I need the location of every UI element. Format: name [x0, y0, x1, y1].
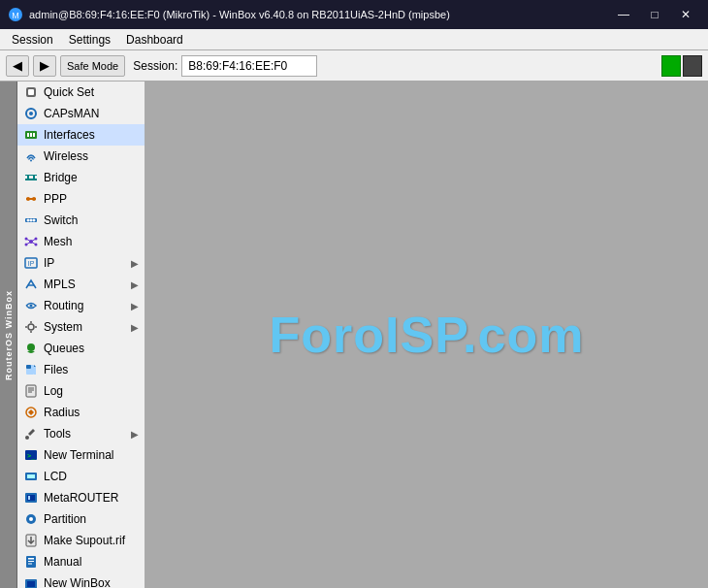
arrow-icon: ▶ [131, 322, 139, 333]
sidebar-item-lcd[interactable]: LCD [17, 466, 145, 487]
svg-rect-7 [27, 133, 29, 137]
forward-button[interactable]: ▶ [33, 55, 56, 77]
sidebar-item-routing[interactable]: Routing ▶ [17, 295, 145, 316]
close-button[interactable]: ✕ [671, 5, 700, 24]
svg-rect-59 [28, 564, 32, 565]
sidebar-label-new-winbox: New WinBox [44, 576, 139, 588]
sidebar-label-queues: Queues [44, 342, 139, 355]
title-bar: M admin@B8:69:F4:16:EE:F0 (MikroTik) - W… [0, 0, 708, 29]
wireless-icon [23, 148, 39, 164]
menu-dashboard[interactable]: Dashboard [118, 31, 191, 49]
sidebar-item-mesh[interactable]: Mesh [17, 231, 145, 252]
svg-rect-14 [25, 175, 37, 176]
new-winbox-icon [23, 575, 39, 588]
main-layout: RouterOS WinBox Quick Set CAPsMAN Interf… [0, 82, 708, 588]
radius-icon [23, 405, 39, 420]
sidebar-item-queues[interactable]: Queues [17, 338, 145, 359]
window-controls: — □ ✕ [609, 5, 700, 24]
sidebar-item-switch[interactable]: Switch [17, 210, 145, 231]
sidebar-label-log: Log [44, 384, 139, 398]
sidebar-label-wireless: Wireless [44, 149, 139, 163]
menu-settings[interactable]: Settings [61, 31, 118, 49]
sidebar-item-partition[interactable]: Partition [17, 508, 145, 530]
bridge-icon [23, 170, 39, 185]
sidebar-item-new-terminal[interactable]: >_ New Terminal [17, 444, 145, 466]
svg-rect-57 [28, 558, 34, 560]
app-icon: M [8, 7, 23, 22]
sidebar-label-capsman: CAPsMAN [44, 107, 139, 120]
svg-point-10 [30, 160, 32, 162]
svg-text:IP: IP [28, 260, 35, 267]
capsman-icon [23, 106, 39, 121]
sidebar-item-files[interactable]: Files [17, 359, 145, 380]
sidebar-item-mpls[interactable]: MPLS ▶ [17, 274, 145, 295]
sidebar-item-ip[interactable]: IP IP ▶ [17, 252, 145, 274]
sidebar-label-radius: Radius [44, 406, 139, 419]
routing-icon [23, 298, 39, 313]
svg-rect-48 [27, 474, 35, 478]
sidebar-item-make-supout[interactable]: Make Supout.rif [17, 530, 145, 551]
svg-point-5 [29, 112, 33, 115]
sidebar-label-files: Files [44, 363, 139, 376]
svg-rect-58 [28, 561, 34, 562]
sidebar-label-lcd: LCD [44, 470, 139, 483]
sidebar-item-metarouter[interactable]: MetaROUTER [17, 487, 145, 508]
partition-icon [23, 511, 39, 527]
lcd-icon [23, 469, 39, 484]
arrow-icon: ▶ [131, 258, 139, 269]
ppp-icon [23, 191, 39, 207]
maximize-button[interactable]: □ [640, 5, 669, 24]
vertical-label-bar: RouterOS WinBox [0, 82, 17, 588]
make-supout-icon [23, 533, 39, 548]
sidebar-item-wireless[interactable]: Wireless [17, 146, 145, 167]
sidebar-label-mpls: MPLS [44, 278, 126, 291]
svg-rect-37 [26, 365, 31, 369]
menu-session[interactable]: Session [4, 31, 61, 49]
files-icon [23, 362, 39, 377]
sidebar-item-interfaces[interactable]: Interfaces [17, 124, 145, 146]
sidebar-label-tools: Tools [44, 427, 126, 441]
sidebar-item-radius[interactable]: Radius [17, 402, 145, 423]
sidebar-item-new-winbox[interactable]: New WinBox [17, 572, 145, 588]
back-button[interactable]: ◀ [6, 55, 29, 77]
safe-mode-button[interactable]: Safe Mode [60, 55, 125, 77]
sidebar-label-manual: Manual [44, 555, 139, 569]
sidebar-label-interfaces: Interfaces [44, 128, 139, 142]
toolbar: ◀ ▶ Safe Mode Session: B8:69:F4:16:EE:F0 [0, 50, 708, 82]
svg-rect-51 [28, 496, 30, 500]
log-icon [23, 383, 39, 399]
sidebar-item-capsman[interactable]: CAPsMAN [17, 103, 145, 124]
session-value: B8:69:F4:16:EE:F0 [181, 55, 317, 77]
svg-rect-8 [30, 133, 32, 137]
status-indicators [661, 55, 702, 77]
session-label: Session: [133, 59, 177, 73]
arrow-icon: ▶ [131, 279, 139, 290]
sidebar-label-quick-set: Quick Set [44, 85, 139, 99]
sidebar-item-system[interactable]: System ▶ [17, 316, 145, 338]
sidebar-item-bridge[interactable]: Bridge [17, 167, 145, 188]
sidebar-label-partition: Partition [44, 512, 139, 526]
sidebar-item-log[interactable]: Log [17, 380, 145, 402]
sidebar-label-ppp: PPP [44, 192, 139, 206]
queues-icon [23, 341, 39, 356]
manual-icon [23, 554, 39, 570]
svg-point-16 [32, 197, 36, 201]
minimize-button[interactable]: — [609, 5, 638, 24]
svg-point-19 [30, 219, 33, 222]
sidebar-label-metarouter: MetaROUTER [44, 491, 139, 505]
quick-set-icon [23, 84, 39, 100]
sidebar-item-ppp[interactable]: PPP [17, 188, 145, 210]
sidebar-item-quick-set[interactable]: Quick Set [17, 82, 145, 103]
sidebar-item-tools[interactable]: Tools ▶ [17, 423, 145, 444]
svg-rect-61 [27, 581, 35, 587]
svg-point-35 [27, 343, 35, 351]
svg-point-33 [30, 305, 33, 308]
sidebar-label-switch: Switch [44, 213, 139, 227]
svg-point-34 [28, 324, 34, 330]
svg-point-18 [27, 219, 30, 222]
sidebar-item-manual[interactable]: Manual [17, 551, 145, 572]
tools-icon [23, 426, 39, 441]
arrow-icon: ▶ [131, 429, 139, 440]
mpls-icon [23, 277, 39, 292]
svg-rect-11 [25, 179, 37, 180]
